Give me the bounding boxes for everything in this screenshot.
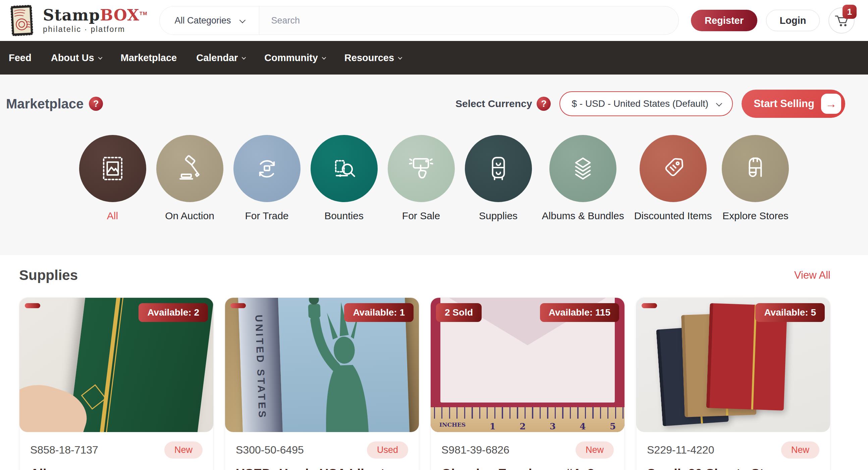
product-card[interactable]: INCHES 1 2 3 4 5 2 Sold Available: 115 S… <box>430 297 625 470</box>
available-badge: Available: 2 <box>138 303 208 322</box>
gavel-icon <box>174 152 206 185</box>
category-circle <box>311 135 378 202</box>
marketplace-top-zone: Marketplace ? Select Currency ? $ - USD … <box>0 75 868 255</box>
product-sku: S981-39-6826 <box>441 444 509 456</box>
category-on-auction[interactable]: On Auction <box>156 135 223 222</box>
category-circle <box>640 135 707 202</box>
brand-text: StampBOXTM philatelic · platform <box>43 7 147 34</box>
product-image: UNITED STATES Available: 1 <box>225 298 419 432</box>
currency-help-icon[interactable]: ? <box>537 97 551 111</box>
category-circle <box>549 135 616 202</box>
product-card[interactable]: UNITED STATES Available: 1 <box>225 297 419 470</box>
category-label: Bounties <box>324 210 364 222</box>
trade-icon <box>251 152 283 185</box>
category-label: On Auction <box>165 210 214 222</box>
main-nav: Feed About Us Marketplace Calendar Commu… <box>0 41 868 75</box>
chevron-down-icon <box>98 55 102 59</box>
product-title[interactable]: Album <box>30 465 203 470</box>
product-title[interactable]: USED- Harris USA Liberty Stamp Album (Bi… <box>236 465 408 470</box>
nav-item-calendar[interactable]: Calendar <box>196 52 245 63</box>
register-button[interactable]: Register <box>691 10 757 31</box>
card-body: S858-18-7137 New Album <box>20 432 213 470</box>
category-label: Explore Stores <box>722 210 788 222</box>
arrow-right-icon: → <box>821 94 841 114</box>
tap-sale-icon <box>405 152 437 185</box>
category-for-sale[interactable]: For Sale <box>388 135 455 222</box>
currency-select[interactable]: $ - USD - United States (Default) <box>559 91 733 116</box>
product-image: Available: 2 <box>20 298 213 432</box>
product-image: Available: 5 <box>636 298 830 432</box>
category-label: Discounted Items <box>634 210 712 222</box>
storefront-icon <box>739 152 771 185</box>
card-accent-dash <box>642 303 657 308</box>
brand-logo[interactable]: StampBOXTM philatelic · platform <box>6 4 147 37</box>
photo-spine-text: UNITED STATES <box>253 315 268 420</box>
product-sku: S858-18-7137 <box>30 444 98 456</box>
nav-item-resources[interactable]: Resources <box>344 52 401 63</box>
cart-button[interactable]: 1 <box>829 7 855 34</box>
chevron-down-icon <box>398 55 402 59</box>
category-dropdown-value: All Categories <box>175 16 231 26</box>
marketplace-header-row: Marketplace ? Select Currency ? $ - USD … <box>0 75 868 118</box>
product-image: INCHES 1 2 3 4 5 2 Sold Available: 115 <box>431 298 624 432</box>
nav-item-feed[interactable]: Feed <box>9 52 32 63</box>
card-body: S300-50-6495 Used USED- Harris USA Liber… <box>225 432 419 470</box>
nav-item-about-us[interactable]: About Us <box>51 52 101 63</box>
ruler-graphic: INCHES 1 2 3 4 5 <box>431 407 624 432</box>
search-input[interactable] <box>259 16 679 26</box>
product-card[interactable]: Available: 2 S858-18-7137 New Album <box>19 297 214 470</box>
category-for-trade[interactable]: For Trade <box>234 135 301 222</box>
condition-badge: Used <box>367 441 408 459</box>
tag-icon <box>657 152 689 185</box>
stamp-logo-icon <box>6 4 38 37</box>
marketplace-header-actions: Select Currency ? $ - USD - United State… <box>456 90 845 118</box>
category-albums-bundles[interactable]: Albums & Bundles <box>542 135 624 222</box>
card-accent-dash <box>230 303 246 308</box>
select-currency-label: Select Currency ? <box>456 97 551 111</box>
card-body: S981-39-6826 New Glassine Envelopes #4; … <box>431 432 624 470</box>
nav-item-community[interactable]: Community <box>264 52 325 63</box>
currency-value: $ - USD - United States (Default) <box>571 98 708 109</box>
category-circle <box>388 135 455 202</box>
brand-tagline: philatelic · platform <box>43 25 147 34</box>
product-title[interactable]: Small, 20 Sheets Stamps Collection Album… <box>647 465 819 470</box>
category-dropdown[interactable]: All Categories <box>160 6 258 35</box>
category-discounted-items[interactable]: Discounted Items <box>634 135 712 222</box>
product-card-row: Available: 2 S858-18-7137 New Album UNIT… <box>19 297 831 470</box>
chevron-down-icon <box>239 17 245 23</box>
category-circle <box>234 135 301 202</box>
bounty-search-icon <box>328 152 360 185</box>
sold-badge: 2 Sold <box>436 303 482 322</box>
section-header: Supplies View All <box>19 267 831 283</box>
category-explore-stores[interactable]: Explore Stores <box>722 135 789 222</box>
category-supplies[interactable]: Supplies <box>465 135 532 222</box>
supplies-section: Supplies View All Available: 2 S858-18-7… <box>0 255 868 470</box>
layers-icon <box>567 152 599 185</box>
product-sku: S300-50-6495 <box>236 444 304 456</box>
category-circle <box>156 135 223 202</box>
header-actions: Register Login 1 <box>691 7 855 34</box>
category-circle <box>465 135 532 202</box>
product-title[interactable]: Glassine Envelopes #4; 3 1/4" X 4 7/8" <box>441 465 614 470</box>
card-body: S229-11-4220 New Small, 20 Sheets Stamps… <box>636 432 830 470</box>
brand-name: StampBOXTM <box>43 7 147 23</box>
cart-count-badge: 1 <box>842 5 857 19</box>
category-bounties[interactable]: Bounties <box>311 135 378 222</box>
login-button[interactable]: Login <box>766 10 820 31</box>
available-badge: Available: 1 <box>344 303 413 322</box>
section-title: Supplies <box>19 267 78 283</box>
category-label: Supplies <box>479 210 518 222</box>
category-all[interactable]: All <box>79 135 146 222</box>
category-filter-row: All On Auction <box>0 135 868 222</box>
page-title: Marketplace ? <box>6 96 103 112</box>
chevron-down-icon <box>242 55 246 59</box>
product-card[interactable]: Available: 5 S229-11-4220 New Small, 20 … <box>636 297 831 470</box>
condition-badge: New <box>781 441 819 459</box>
category-label: For Sale <box>402 210 440 222</box>
help-icon[interactable]: ? <box>89 97 103 111</box>
category-label: For Trade <box>245 210 289 222</box>
nav-item-marketplace[interactable]: Marketplace <box>121 52 177 63</box>
view-all-link[interactable]: View All <box>794 269 831 281</box>
product-sku: S229-11-4220 <box>647 444 714 456</box>
start-selling-button[interactable]: Start Selling → <box>742 90 845 118</box>
